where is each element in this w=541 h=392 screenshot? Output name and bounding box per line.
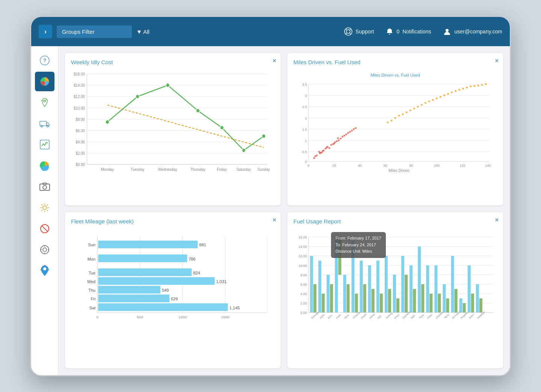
map-icon — [39, 96, 51, 109]
svg-text:Tuesday: Tuesday — [131, 167, 145, 172]
fuel-usage-title: Fuel Usage Report — [293, 218, 497, 225]
help-icon: ? — [39, 54, 51, 66]
svg-rect-218 — [421, 284, 424, 312]
svg-text:$6.00: $6.00 — [76, 128, 85, 133]
svg-text:$12.00: $12.00 — [74, 95, 85, 99]
weekly-idly-cost-close[interactable]: × — [273, 57, 276, 64]
svg-text:Kara: Kara — [393, 313, 400, 320]
svg-point-109 — [333, 143, 335, 145]
sidebar-item-map[interactable] — [35, 93, 54, 112]
support-button[interactable]: Support — [344, 27, 374, 36]
svg-text:3: 3 — [305, 94, 307, 98]
svg-rect-216 — [413, 289, 416, 313]
nav-toggle-button[interactable]: › — [39, 25, 52, 38]
sidebar-item-reports[interactable] — [35, 135, 54, 154]
filter-all-label: ▼ All — [136, 29, 150, 35]
svg-point-134 — [451, 92, 453, 93]
svg-text:629: 629 — [171, 297, 178, 302]
sidebar: ? — [31, 46, 58, 375]
svg-point-90 — [318, 151, 320, 153]
sidebar-item-help[interactable]: ? — [35, 51, 54, 70]
svg-rect-232 — [479, 299, 482, 313]
sidebar-item-alerts[interactable] — [35, 219, 54, 238]
svg-rect-191 — [310, 256, 313, 313]
svg-rect-205 — [368, 265, 371, 313]
svg-point-119 — [432, 99, 434, 101]
svg-text:Thu: Thu — [88, 288, 95, 293]
main-area: ? — [31, 46, 510, 375]
sidebar-item-vehicles[interactable] — [35, 114, 54, 133]
sidebar-item-dashboard[interactable] — [35, 72, 54, 91]
widget-weekly-idly-cost: Weekly Idly Cost × $16.00 $14.00 $12.00 … — [65, 53, 281, 205]
svg-text:?: ? — [43, 57, 46, 63]
widget-fleet-mileage: Fleet Mileage (last week) × 0 — [65, 212, 281, 368]
svg-point-54 — [220, 126, 224, 130]
svg-line-5 — [346, 33, 347, 34]
svg-point-51 — [136, 95, 139, 99]
svg-point-100 — [342, 136, 343, 138]
filter-dropdown[interactable]: ▼ All — [136, 29, 150, 35]
svg-text:Wed: Wed — [87, 279, 96, 284]
svg-rect-210 — [388, 289, 391, 313]
svg-text:$8.00: $8.00 — [76, 117, 85, 122]
svg-rect-208 — [380, 294, 383, 312]
svg-point-136 — [466, 87, 468, 89]
svg-text:Thursday: Thursday — [190, 167, 206, 172]
svg-text:12.00: 12.00 — [299, 255, 307, 258]
sidebar-item-settings[interactable] — [35, 198, 54, 217]
svg-point-129 — [413, 108, 415, 110]
svg-rect-170 — [98, 303, 228, 311]
svg-text:500: 500 — [137, 315, 143, 319]
svg-point-107 — [355, 127, 357, 129]
svg-rect-219 — [426, 265, 429, 313]
svg-point-113 — [387, 122, 388, 124]
dashboard-content: Weekly Idly Cost × $16.00 $14.00 $12.00 … — [58, 46, 510, 375]
svg-rect-224 — [446, 299, 449, 313]
weekly-idly-cost-title: Weekly Idly Cost — [71, 59, 275, 65]
svg-point-130 — [421, 104, 423, 106]
weekly-idly-cost-chart: $16.00 $14.00 $12.00 $10.00 $8.00 $6.00 … — [71, 70, 275, 175]
svg-text:60: 60 — [384, 164, 387, 167]
svg-text:549: 549 — [162, 288, 169, 293]
fuel-usage-close[interactable]: × — [495, 217, 499, 223]
settings2-icon — [39, 244, 51, 256]
svg-point-84 — [313, 157, 315, 159]
svg-line-19 — [42, 226, 48, 232]
svg-text:140: 140 — [485, 164, 491, 167]
svg-point-52 — [166, 83, 170, 87]
svg-point-124 — [470, 86, 471, 87]
svg-text:0: 0 — [308, 164, 310, 167]
svg-rect-206 — [372, 289, 375, 313]
svg-point-112 — [320, 152, 322, 154]
svg-rect-202 — [355, 294, 358, 312]
sidebar-item-location[interactable] — [35, 261, 54, 280]
bell-icon — [386, 28, 393, 35]
svg-point-93 — [328, 147, 330, 149]
svg-text:$0.00: $0.00 — [76, 163, 85, 167]
user-menu[interactable]: user@company.com — [443, 27, 502, 36]
svg-point-16 — [43, 185, 47, 189]
groups-filter-input[interactable] — [57, 26, 132, 38]
svg-point-104 — [349, 131, 351, 133]
fleet-mileage-close[interactable]: × — [273, 217, 276, 223]
svg-point-21 — [43, 267, 46, 270]
svg-text:3.5: 3.5 — [302, 83, 307, 86]
svg-point-114 — [394, 117, 396, 119]
svg-text:0.00: 0.00 — [301, 311, 307, 315]
miles-vs-fuel-close[interactable]: × — [495, 57, 499, 64]
sidebar-item-settings2[interactable] — [35, 240, 54, 259]
notifications-button[interactable]: 0 Notifications — [386, 28, 431, 35]
truck-icon — [39, 118, 51, 130]
svg-point-122 — [455, 90, 456, 92]
svg-rect-11 — [40, 121, 47, 126]
sidebar-item-camera[interactable] — [35, 177, 54, 196]
svg-point-126 — [390, 120, 392, 122]
sidebar-item-analytics[interactable] — [35, 156, 54, 175]
svg-text:1,145: 1,145 — [230, 306, 240, 310]
svg-rect-161 — [98, 277, 215, 285]
svg-rect-158 — [98, 268, 192, 276]
miles-vs-fuel-title: Miles Driven vs. Fuel Used — [293, 59, 497, 65]
svg-rect-226 — [455, 289, 458, 313]
svg-text:$14.00: $14.00 — [74, 83, 85, 88]
svg-rect-167 — [98, 295, 169, 302]
